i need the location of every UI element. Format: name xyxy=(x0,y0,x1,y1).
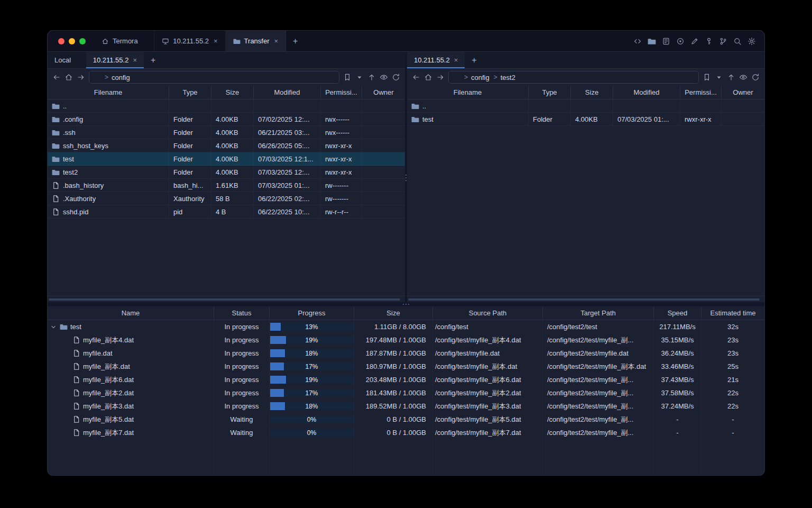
close-tab-icon[interactable] xyxy=(274,37,279,45)
progress-bar: 13% xyxy=(270,323,354,331)
column-header[interactable]: Target Path xyxy=(543,306,654,320)
file-row[interactable]: .Xauthority Xauthority 58 B 06/22/2025 0… xyxy=(48,192,405,205)
close-tab-icon[interactable] xyxy=(133,56,137,64)
column-header[interactable]: Size xyxy=(354,306,433,320)
close-tab-icon[interactable] xyxy=(454,56,458,64)
termora-window: Termora 10.211.55.2 Transfer + xyxy=(48,31,764,475)
gear-icon[interactable] xyxy=(748,37,756,46)
right-path-field[interactable]: configtest2 xyxy=(448,71,699,84)
column-header[interactable]: Permissi... xyxy=(680,86,722,99)
home-icon[interactable] xyxy=(424,73,432,81)
log-icon[interactable] xyxy=(662,37,670,46)
bookmark-icon[interactable] xyxy=(343,73,352,81)
right-table-header: FilenameTypeSizeModifiedPermissi...Owner xyxy=(407,86,764,99)
up-icon[interactable] xyxy=(727,73,735,81)
caret-icon[interactable] xyxy=(355,73,364,81)
titlebar-tab[interactable]: 10.211.55.2 xyxy=(154,31,225,51)
close-window-button[interactable] xyxy=(58,38,64,44)
refresh-icon[interactable] xyxy=(392,73,400,81)
expand-chevron-icon[interactable] xyxy=(50,323,57,331)
back-icon[interactable] xyxy=(412,73,420,81)
file-row[interactable]: test Folder 4.00KB 07/03/2025 01:... rwx… xyxy=(407,113,764,126)
folder-icon[interactable] xyxy=(648,37,656,46)
transfer-name: myfile_副本3.dat xyxy=(83,402,134,411)
close-tab-icon[interactable] xyxy=(214,37,218,45)
file-row[interactable]: ssh_host_keys Folder 4.00KB 06/26/2025 0… xyxy=(48,139,405,152)
transfer-progress: 18% xyxy=(270,347,354,360)
column-header[interactable]: Size xyxy=(211,86,254,99)
splitter-handle-icon xyxy=(403,304,404,305)
titlebar-tab[interactable]: Transfer xyxy=(226,31,287,51)
scrollbar-thumb[interactable] xyxy=(49,298,400,301)
forward-icon[interactable] xyxy=(436,73,445,81)
file-size: 58 B xyxy=(211,192,254,205)
column-header[interactable]: Size xyxy=(571,86,613,99)
column-header[interactable]: Filename xyxy=(48,86,169,99)
refresh-icon[interactable] xyxy=(751,73,760,81)
file-size: 4.00KB xyxy=(211,126,254,139)
new-tab-button[interactable]: + xyxy=(286,31,304,51)
panel-splitter[interactable] xyxy=(405,52,407,302)
file-size: 4.00KB xyxy=(571,113,613,125)
code-icon[interactable] xyxy=(633,37,642,46)
scrollbar-thumb[interactable] xyxy=(408,298,760,301)
key-icon[interactable] xyxy=(705,37,713,46)
titlebar-tab[interactable]: Termora xyxy=(94,31,154,51)
column-header[interactable]: Estimated time xyxy=(702,306,764,320)
file-row[interactable]: test Folder 4.00KB 07/03/2025 12:1... rw… xyxy=(48,152,405,166)
file-row[interactable]: .bash_history bash_hi... 1.61KB 07/03/20… xyxy=(48,179,405,192)
bookmark-icon[interactable] xyxy=(703,73,711,81)
panel-tab[interactable]: Local xyxy=(48,52,86,68)
minimize-window-button[interactable] xyxy=(69,38,75,44)
panel-tab[interactable]: 10.211.55.2 xyxy=(407,52,465,68)
transfer-splitter[interactable] xyxy=(48,302,764,306)
eye-icon[interactable] xyxy=(380,73,388,81)
column-header[interactable]: Modified xyxy=(254,86,321,99)
file-permissions: rwxr-xr-x xyxy=(321,152,362,165)
file-type: Folder xyxy=(169,113,211,125)
column-header[interactable]: Permissi... xyxy=(321,86,362,99)
caret-icon[interactable] xyxy=(715,73,723,81)
file-type: Folder xyxy=(169,166,211,178)
file-row[interactable]: .. xyxy=(48,99,405,113)
search-icon[interactable] xyxy=(733,37,742,46)
branch-icon[interactable] xyxy=(719,37,727,46)
record-icon[interactable] xyxy=(676,37,685,46)
chevron-down-icon[interactable] xyxy=(687,74,695,81)
chevron-down-icon[interactable] xyxy=(328,74,335,81)
home-icon[interactable] xyxy=(64,73,73,81)
edit-icon[interactable] xyxy=(690,37,699,46)
folder-icon xyxy=(52,155,60,163)
file-row[interactable]: .. xyxy=(407,99,764,113)
column-header[interactable]: Filename xyxy=(407,86,529,99)
column-header[interactable]: Owner xyxy=(722,86,764,99)
back-icon[interactable] xyxy=(52,73,61,81)
file-row[interactable]: test2 Folder 4.00KB 07/03/2025 12:... rw… xyxy=(48,166,405,179)
file-modified xyxy=(613,99,680,112)
new-panel-tab-button[interactable]: + xyxy=(144,52,162,68)
zoom-window-button[interactable] xyxy=(79,38,86,44)
column-header[interactable]: Status xyxy=(214,306,270,320)
file-row[interactable]: sshd.pid pid 4 B 06/22/2025 10:... rw-r-… xyxy=(48,205,405,219)
file-row[interactable]: .config Folder 4.00KB 07/02/2025 12:... … xyxy=(48,113,405,126)
forward-icon[interactable] xyxy=(77,73,85,81)
panel-tab[interactable]: 10.211.55.2 xyxy=(86,52,144,68)
folder-icon xyxy=(52,115,60,123)
column-header[interactable]: Type xyxy=(169,86,211,99)
transfer-name: test xyxy=(70,323,81,331)
column-header[interactable]: Source Path xyxy=(433,306,543,320)
column-header[interactable]: Modified xyxy=(613,86,680,99)
up-icon[interactable] xyxy=(367,73,376,81)
column-header[interactable]: Progress xyxy=(270,306,354,320)
breadcrumb-segment[interactable]: config xyxy=(102,74,130,81)
left-path-field[interactable]: config xyxy=(89,71,339,84)
column-header[interactable]: Name xyxy=(48,306,214,320)
column-header[interactable]: Type xyxy=(529,86,571,99)
file-row[interactable]: .ssh Folder 4.00KB 06/21/2025 03:... rwx… xyxy=(48,126,405,139)
eye-icon[interactable] xyxy=(739,73,748,81)
breadcrumb-segment[interactable]: test2 xyxy=(491,74,515,81)
column-header[interactable]: Speed xyxy=(654,306,702,320)
breadcrumb-segment[interactable]: config xyxy=(461,74,490,81)
new-panel-tab-button[interactable]: + xyxy=(465,52,483,68)
column-header[interactable]: Owner xyxy=(362,86,405,99)
